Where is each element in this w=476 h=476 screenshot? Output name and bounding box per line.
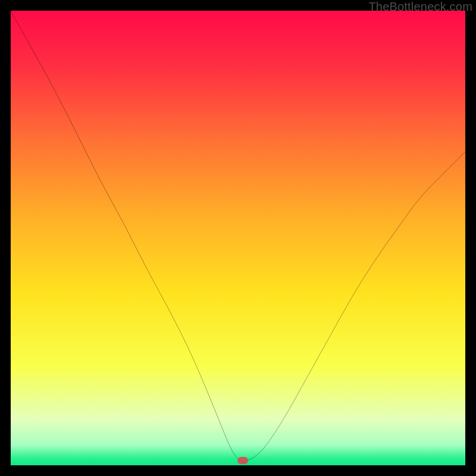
watermark-text: TheBottleneck.com	[368, 0, 472, 14]
plot-area	[11, 11, 465, 465]
chart-stage: TheBottleneck.com	[0, 0, 476, 476]
bottleneck-curve	[11, 11, 465, 465]
curve-path	[11, 11, 465, 461]
optimal-point-marker	[237, 457, 248, 464]
